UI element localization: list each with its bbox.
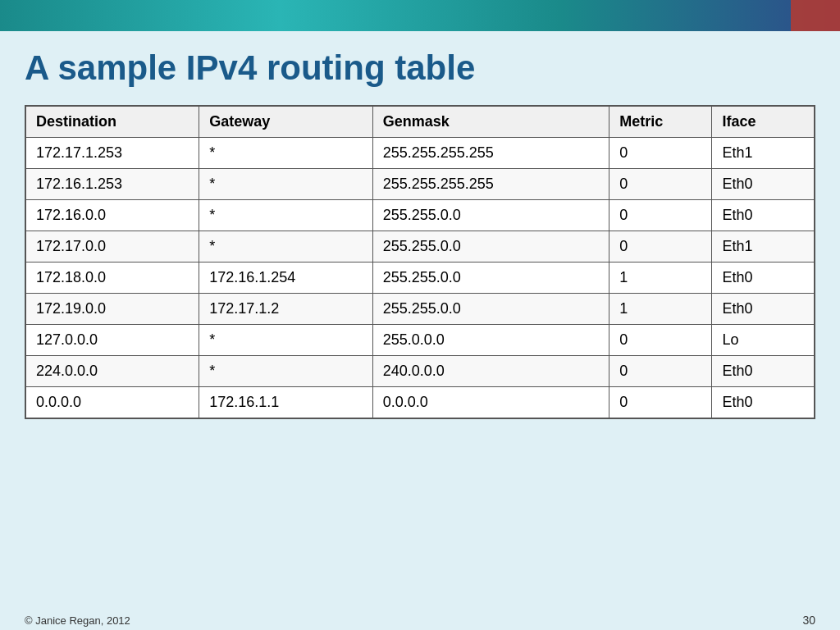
cell-iface: Eth0	[712, 294, 815, 325]
cell-destination: 127.0.0.0	[25, 325, 199, 356]
cell-genmask: 0.0.0.0	[372, 387, 609, 419]
cell-destination: 172.17.1.253	[25, 138, 199, 169]
cell-metric: 0	[609, 356, 712, 387]
table-row: 127.0.0.0*255.0.0.00Lo	[25, 325, 815, 356]
slide-title: A sample IPv4 routing table	[25, 48, 815, 89]
table-row: 224.0.0.0*240.0.0.00Eth0	[25, 356, 815, 387]
cell-gateway: *	[199, 169, 373, 200]
cell-iface: Eth0	[712, 262, 815, 294]
header-iface: Iface	[712, 106, 815, 138]
cell-metric: 0	[609, 325, 712, 356]
cell-iface: Eth1	[712, 231, 815, 262]
cell-gateway: 172.16.1.1	[199, 387, 373, 419]
cell-metric: 1	[609, 294, 712, 325]
cell-gateway: *	[199, 200, 373, 231]
cell-metric: 0	[609, 138, 712, 169]
cell-genmask: 255.255.0.0	[372, 231, 609, 262]
cell-destination: 172.16.1.253	[25, 169, 199, 200]
cell-destination: 172.17.0.0	[25, 231, 199, 262]
cell-gateway: 172.16.1.254	[199, 262, 373, 294]
cell-destination: 224.0.0.0	[25, 356, 199, 387]
table-row: 172.17.1.253*255.255.255.2550Eth1	[25, 138, 815, 169]
cell-metric: 0	[609, 200, 712, 231]
cell-metric: 1	[609, 262, 712, 294]
routing-table: Destination Gateway Genmask Metric Iface…	[25, 105, 815, 419]
cell-genmask: 255.255.255.255	[372, 138, 609, 169]
cell-destination: 0.0.0.0	[25, 387, 199, 419]
cell-gateway: *	[199, 325, 373, 356]
cell-destination: 172.18.0.0	[25, 262, 199, 294]
table-row: 172.17.0.0*255.255.0.00Eth1	[25, 231, 815, 262]
top-bar	[0, 0, 840, 31]
page-number: 30	[802, 614, 815, 627]
cell-iface: Lo	[712, 325, 815, 356]
table-row: 172.16.0.0*255.255.0.00Eth0	[25, 200, 815, 231]
header-destination: Destination	[25, 106, 199, 138]
cell-metric: 0	[609, 231, 712, 262]
cell-genmask: 255.255.0.0	[372, 294, 609, 325]
cell-iface: Eth1	[712, 138, 815, 169]
cell-metric: 0	[609, 169, 712, 200]
table-row: 0.0.0.0172.16.1.10.0.0.00Eth0	[25, 387, 815, 419]
header-metric: Metric	[609, 106, 712, 138]
table-row: 172.19.0.0172.17.1.2255.255.0.01Eth0	[25, 294, 815, 325]
cell-destination: 172.19.0.0	[25, 294, 199, 325]
cell-genmask: 255.255.0.0	[372, 200, 609, 231]
header-gateway: Gateway	[199, 106, 373, 138]
cell-iface: Eth0	[712, 356, 815, 387]
cell-iface: Eth0	[712, 169, 815, 200]
cell-genmask: 255.255.0.0	[372, 262, 609, 294]
slide-content: A sample IPv4 routing table Destination …	[0, 31, 840, 605]
cell-gateway: *	[199, 231, 373, 262]
table-row: 172.18.0.0172.16.1.254255.255.0.01Eth0	[25, 262, 815, 294]
copyright-footer: © Janice Regan, 2012	[25, 614, 130, 627]
cell-iface: Eth0	[712, 200, 815, 231]
cell-iface: Eth0	[712, 387, 815, 419]
table-header-row: Destination Gateway Genmask Metric Iface	[25, 106, 815, 138]
table-row: 172.16.1.253*255.255.255.2550Eth0	[25, 169, 815, 200]
cell-genmask: 255.255.255.255	[372, 169, 609, 200]
cell-destination: 172.16.0.0	[25, 200, 199, 231]
cell-gateway: *	[199, 356, 373, 387]
cell-gateway: *	[199, 138, 373, 169]
cell-metric: 0	[609, 387, 712, 419]
cell-genmask: 255.0.0.0	[372, 325, 609, 356]
top-bar-accent	[791, 0, 840, 31]
header-genmask: Genmask	[372, 106, 609, 138]
cell-gateway: 172.17.1.2	[199, 294, 373, 325]
cell-genmask: 240.0.0.0	[372, 356, 609, 387]
